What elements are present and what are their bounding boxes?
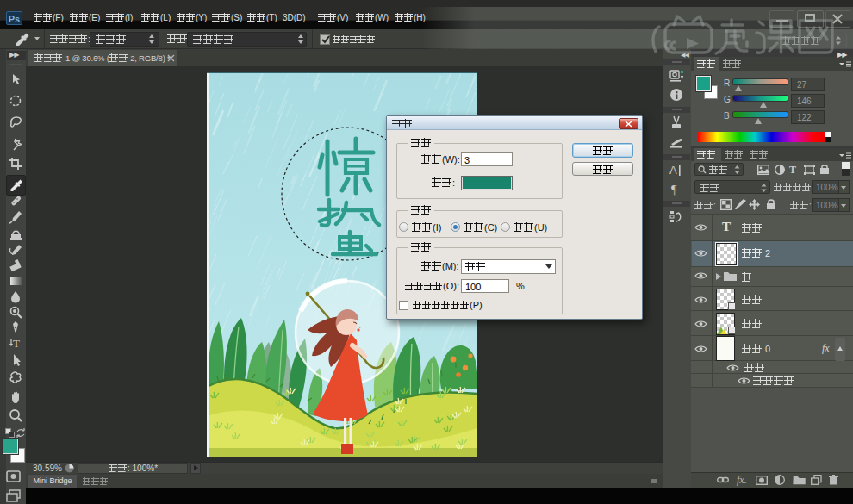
svg-text:T: T bbox=[13, 337, 20, 350]
svg-text:¶: ¶ bbox=[671, 184, 677, 196]
svg-text:A: A bbox=[669, 164, 677, 177]
